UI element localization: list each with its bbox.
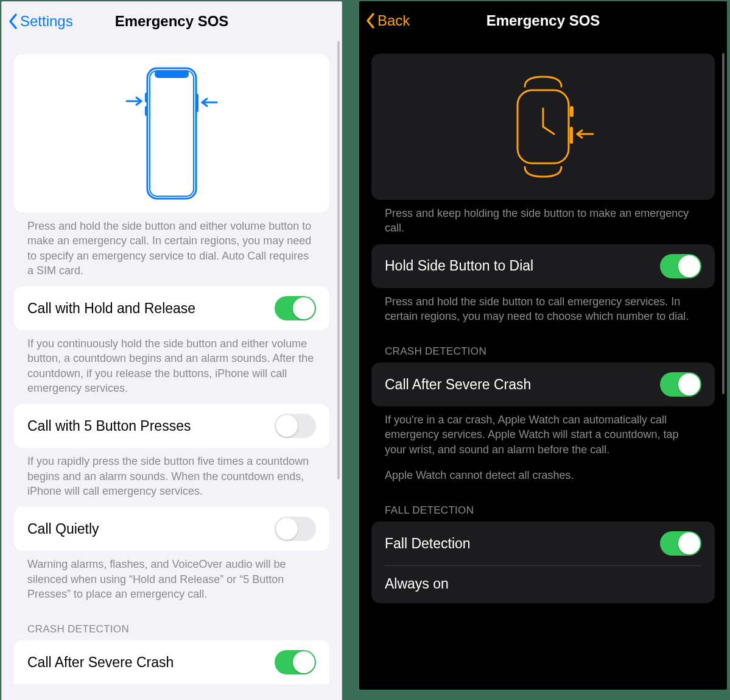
nav-bar: Back Emergency SOS [359, 1, 727, 40]
row-call-hold-release[interactable]: Call with Hold and Release [14, 286, 329, 330]
row-call-5-presses[interactable]: Call with 5 Button Presses [14, 404, 329, 448]
row-label: Call with 5 Button Presses [27, 418, 191, 434]
row-fall-detection[interactable]: Fall Detection [371, 521, 715, 565]
svg-rect-3 [145, 106, 147, 116]
scrollbar[interactable] [337, 41, 340, 479]
section-header-crash: CRASH DETECTION [371, 332, 715, 362]
section-header-fall: FALL DETECTION [371, 491, 715, 521]
row-label: Hold Side Button to Dial [385, 258, 533, 274]
fall-detection-group: Fall Detection Always on [371, 521, 715, 603]
row-footer: Press and hold the side button to call e… [371, 288, 715, 333]
row-label: Always on [385, 576, 449, 592]
row-hold-side-button[interactable]: Hold Side Button to Dial [371, 244, 715, 288]
watch-outline-icon [482, 66, 604, 188]
hero-illustration [371, 54, 715, 200]
chevron-left-icon [365, 12, 376, 29]
row-always-on[interactable]: Always on [371, 566, 715, 603]
row-footer: Warning alarms, flashes, and VoiceOver a… [14, 551, 329, 610]
toggle-call-after-crash[interactable] [275, 650, 316, 674]
hero-footer: Press and hold the side button and eithe… [14, 213, 329, 286]
scrollbar[interactable] [722, 53, 725, 394]
svg-line-11 [543, 127, 554, 134]
row-footer-2: Apple Watch cannot detect all crashes. [371, 465, 715, 491]
nav-bar: Settings Emergency SOS [2, 2, 342, 41]
chevron-left-icon [8, 13, 19, 30]
svg-rect-0 [147, 68, 196, 199]
svg-rect-8 [570, 106, 574, 117]
row-footer: If you're in a car crash, Apple Watch ca… [371, 406, 715, 465]
toggle-call-5-presses[interactable] [275, 414, 316, 438]
svg-rect-1 [150, 71, 194, 196]
svg-rect-2 [145, 93, 147, 102]
back-label: Settings [20, 13, 73, 30]
row-call-quietly[interactable]: Call Quietly [14, 507, 329, 551]
row-call-after-crash[interactable]: Call After Severe Crash [14, 640, 329, 684]
toggle-hold-side-button[interactable] [660, 254, 701, 278]
page-title: Emergency SOS [359, 12, 727, 29]
section-header-crash: CRASH DETECTION [14, 610, 329, 640]
hero-illustration [14, 54, 329, 213]
content-scroll[interactable]: Press and keep holding the side button t… [359, 40, 727, 603]
back-label: Back [377, 12, 410, 29]
toggle-call-after-crash[interactable] [660, 372, 701, 397]
svg-rect-4 [196, 94, 198, 112]
toggle-fall-detection[interactable] [660, 531, 701, 556]
row-footer: If you rapidly press the side button fiv… [14, 448, 329, 507]
row-label: Call Quietly [27, 521, 99, 537]
row-label: Fall Detection [385, 536, 471, 552]
row-footer: If you continuously hold the side button… [14, 330, 329, 404]
row-label: Call with Hold and Release [27, 300, 195, 317]
content-scroll[interactable]: Press and hold the side button and eithe… [2, 41, 342, 684]
back-button[interactable]: Settings [8, 13, 73, 30]
iphone-outline-icon [123, 63, 220, 203]
row-call-after-crash[interactable]: Call After Severe Crash [371, 362, 715, 406]
toggle-call-quietly[interactable] [275, 517, 316, 541]
back-button[interactable]: Back [365, 12, 410, 29]
row-label: Call After Severe Crash [385, 377, 531, 393]
toggle-call-hold-release[interactable] [275, 296, 316, 320]
svg-rect-9 [570, 127, 573, 144]
watch-settings-screen: Back Emergency SOS Press and keep holdi [359, 1, 727, 690]
iphone-settings-screen: Settings Emergency SOS Press and hold th… [1, 1, 342, 700]
hero-footer: Press and keep holding the side button t… [371, 200, 715, 244]
row-label: Call After Severe Crash [27, 654, 174, 671]
